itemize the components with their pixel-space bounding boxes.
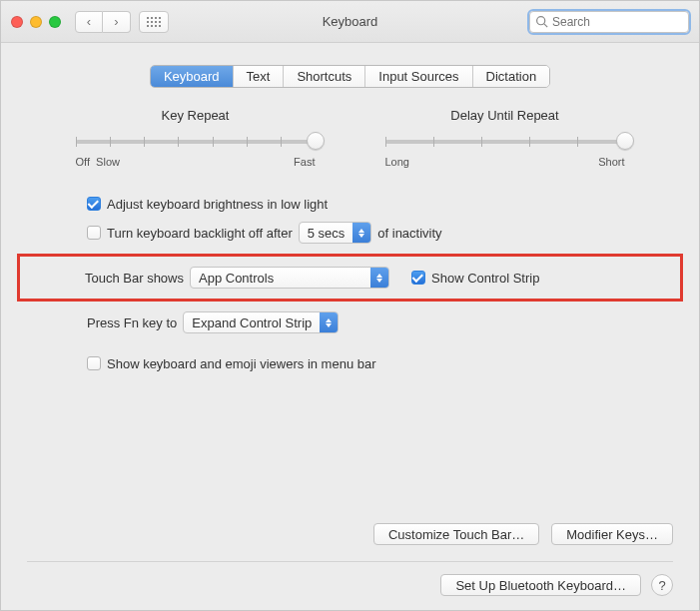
key-repeat-knob[interactable] bbox=[307, 132, 325, 150]
press-fn-label: Press Fn key to bbox=[87, 315, 177, 330]
key-repeat-slider[interactable] bbox=[76, 131, 316, 153]
svg-line-1 bbox=[544, 23, 547, 26]
show-viewers-checkbox[interactable] bbox=[87, 356, 101, 370]
delay-repeat-slider[interactable] bbox=[385, 131, 625, 153]
nav-buttons: ‹ › bbox=[75, 11, 131, 33]
help-button[interactable]: ? bbox=[651, 574, 673, 596]
row-show-viewers: Show keyboard and emoji viewers in menu … bbox=[27, 349, 673, 377]
show-all-button[interactable] bbox=[139, 11, 169, 33]
tab-text[interactable]: Text bbox=[234, 66, 285, 87]
press-fn-select[interactable]: Expand Control Strip bbox=[183, 311, 339, 333]
adjust-brightness-label: Adjust keyboard brightness in low light bbox=[107, 197, 328, 212]
forward-button[interactable]: › bbox=[103, 11, 131, 33]
row-adjust-brightness: Adjust keyboard brightness in low light bbox=[27, 190, 673, 218]
row-touch-bar: Touch Bar shows App Controls Show Contro… bbox=[30, 263, 670, 293]
back-button[interactable]: ‹ bbox=[75, 11, 103, 33]
show-control-strip-label: Show Control Strip bbox=[431, 271, 539, 286]
backlight-off-suffix: of inactivity bbox=[377, 226, 441, 241]
sliders-row: Key Repeat Off Slow Fast Delay Until Rep… bbox=[27, 108, 673, 168]
bottom-button-area: Customize Touch Bar… Modifier Keys… Set … bbox=[27, 523, 673, 596]
delay-repeat-slider-col: Delay Until Repeat Long Short bbox=[385, 108, 625, 168]
preferences-window: ‹ › Keyboard Keyboard Text Shortcuts Inp… bbox=[0, 0, 700, 611]
content-area: Keyboard Text Shortcuts Input Sources Di… bbox=[1, 43, 699, 389]
backlight-off-checkbox[interactable] bbox=[87, 226, 101, 240]
tabs-container: Keyboard Text Shortcuts Input Sources Di… bbox=[27, 65, 673, 88]
customize-touch-bar-button[interactable]: Customize Touch Bar… bbox=[373, 523, 539, 545]
grid-icon bbox=[147, 17, 161, 27]
tab-keyboard[interactable]: Keyboard bbox=[151, 66, 234, 87]
traffic-lights bbox=[11, 16, 61, 28]
highlight-annotation: Touch Bar shows App Controls Show Contro… bbox=[17, 254, 683, 302]
chevron-left-icon: ‹ bbox=[87, 14, 91, 29]
delay-repeat-labels: Long Short bbox=[385, 156, 625, 168]
key-repeat-labels: Off Slow Fast bbox=[76, 156, 316, 168]
show-control-strip-checkbox[interactable] bbox=[411, 271, 425, 285]
tab-input-sources[interactable]: Input Sources bbox=[365, 66, 472, 87]
select-arrows-icon bbox=[352, 223, 370, 243]
close-window-button[interactable] bbox=[11, 16, 23, 28]
delay-repeat-title: Delay Until Repeat bbox=[385, 108, 625, 123]
minimize-window-button[interactable] bbox=[30, 16, 42, 28]
button-row-2: Set Up Bluetooth Keyboard… ? bbox=[27, 574, 673, 596]
search-input[interactable] bbox=[529, 11, 689, 33]
modifier-keys-button[interactable]: Modifier Keys… bbox=[551, 523, 673, 545]
divider bbox=[27, 561, 673, 562]
backlight-off-select[interactable]: 5 secs bbox=[299, 222, 372, 244]
tab-shortcuts[interactable]: Shortcuts bbox=[284, 66, 365, 87]
row-press-fn: Press Fn key to Expand Control Strip bbox=[27, 307, 673, 337]
chevron-right-icon: › bbox=[114, 14, 118, 29]
touch-bar-label: Touch Bar shows bbox=[85, 271, 184, 286]
backlight-off-label: Turn keyboard backlight off after bbox=[107, 226, 293, 241]
zoom-window-button[interactable] bbox=[49, 16, 61, 28]
key-repeat-slider-col: Key Repeat Off Slow Fast bbox=[76, 108, 316, 168]
row-backlight-off: Turn keyboard backlight off after 5 secs… bbox=[27, 218, 673, 248]
delay-repeat-knob[interactable] bbox=[616, 132, 634, 150]
key-repeat-title: Key Repeat bbox=[76, 108, 316, 123]
touch-bar-select[interactable]: App Controls bbox=[190, 267, 389, 289]
svg-point-0 bbox=[537, 16, 545, 24]
select-arrows-icon bbox=[320, 312, 338, 332]
button-row-1: Customize Touch Bar… Modifier Keys… bbox=[27, 523, 673, 545]
show-viewers-label: Show keyboard and emoji viewers in menu … bbox=[107, 356, 376, 371]
tabbar: Keyboard Text Shortcuts Input Sources Di… bbox=[150, 65, 550, 88]
adjust-brightness-checkbox[interactable] bbox=[87, 197, 101, 211]
tab-dictation[interactable]: Dictation bbox=[473, 66, 550, 87]
search-wrap bbox=[529, 11, 689, 33]
select-arrows-icon bbox=[370, 268, 388, 288]
search-icon bbox=[535, 15, 548, 31]
setup-bluetooth-keyboard-button[interactable]: Set Up Bluetooth Keyboard… bbox=[440, 574, 641, 596]
titlebar: ‹ › Keyboard bbox=[1, 1, 699, 43]
